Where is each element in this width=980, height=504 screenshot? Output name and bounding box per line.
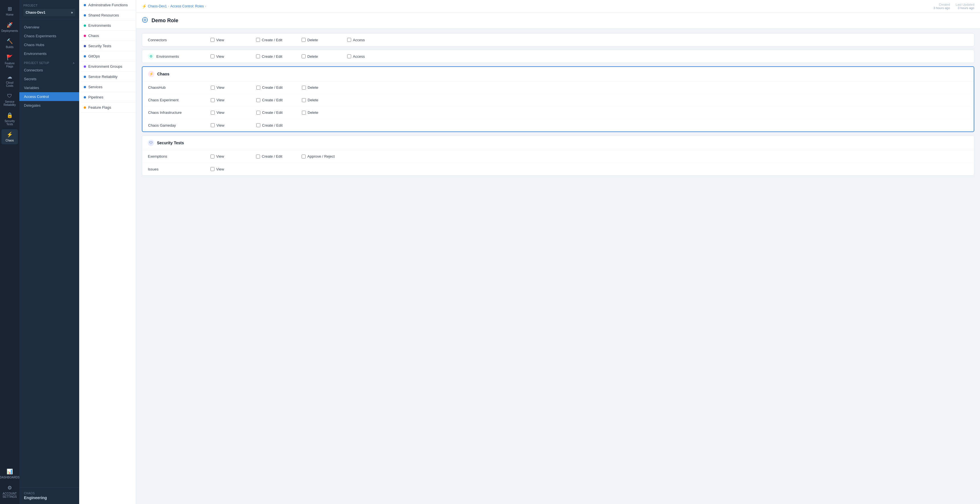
sidebar-item-overview[interactable]: Overview [19, 23, 79, 32]
checkbox-issues-view[interactable] [210, 167, 215, 171]
checkbox-chaos-gameday-createedit[interactable] [256, 123, 260, 127]
perm-check-chaos-gameday-createedit[interactable]: Create / Edit [256, 123, 285, 127]
nav-feature-flags[interactable]: 🚩 Feature Flags [2, 52, 18, 70]
perm-check-chaos-exp-createedit[interactable]: Create / Edit [256, 98, 285, 102]
nav-chaos[interactable]: ⚡ Chaos [2, 129, 18, 144]
checkbox-connectors-access[interactable] [347, 38, 351, 42]
checkbox-env-createedit[interactable] [256, 54, 260, 58]
sidebar-item-chaos-experiments[interactable]: Chaos Experiments [19, 32, 79, 40]
checkbox-chaos-exp-createedit[interactable] [256, 98, 260, 102]
mid-item-pipelines[interactable]: Pipelines [79, 92, 136, 103]
checkbox-connectors-createedit[interactable] [256, 38, 260, 42]
perm-card-chaos-header: ⚡ Chaos [142, 67, 974, 81]
sidebar-item-variables[interactable]: Variables [19, 83, 79, 92]
perm-row-environments-label-container: ⚙ Environments [148, 53, 210, 59]
sidebar-item-chaos-hubs[interactable]: Chaos Hubs [19, 40, 79, 49]
perm-check-chaos-infra-createedit[interactable]: Create / Edit [256, 111, 285, 115]
perm-check-connectors-delete[interactable]: Delete [302, 38, 330, 42]
perm-check-chaoshub-view[interactable]: View [211, 86, 239, 90]
mid-item-service-reliability[interactable]: Service Reliability [79, 72, 136, 82]
perm-checkboxes-environments: View Create / Edit Delete Access [210, 54, 968, 59]
checkbox-chaos-gameday-view[interactable] [211, 123, 215, 127]
breadcrumb: ⚡ Chaos-Dev1 › Access Control: Roles › [142, 4, 206, 8]
checkbox-connectors-delete[interactable] [302, 38, 305, 42]
nav-home[interactable]: ⊞ Home [2, 3, 18, 19]
perm-check-connectors-createedit[interactable]: Create / Edit [256, 38, 285, 42]
nav-security-tests[interactable]: 🔒 Security Tests [2, 110, 18, 128]
nav-builds[interactable]: 🔨 Builds [2, 36, 18, 51]
perm-check-exemptions-createedit[interactable]: Create / Edit [256, 154, 285, 158]
checkbox-env-view[interactable] [210, 54, 215, 58]
sidebar-project-name[interactable]: Chaos-Dev1 » [23, 9, 75, 16]
perm-check-chaos-exp-delete[interactable]: Delete [302, 98, 330, 102]
nav-service-reliability[interactable]: 🛡 Service Reliability [2, 91, 18, 109]
perm-check-env-delete[interactable]: Delete [302, 54, 330, 59]
checkbox-env-access[interactable] [347, 54, 351, 58]
mid-item-security-tests[interactable]: Security Tests [79, 41, 136, 51]
perm-checkboxes-connectors: View Create / Edit Delete Access [210, 38, 968, 42]
checkbox-env-delete[interactable] [302, 54, 305, 58]
mid-item-feature-flags[interactable]: Feature Flags [79, 103, 136, 113]
mid-item-administrative[interactable]: Adminstrative Functions [79, 0, 136, 10]
perm-row-chaos-experiment-label: Chaos Experiment [148, 98, 211, 102]
nav-deployments-label: Deployments [2, 29, 18, 32]
checkbox-chaos-infra-delete[interactable] [302, 111, 306, 115]
mid-item-chaos[interactable]: Chaos [79, 31, 136, 41]
perm-check-chaos-infra-delete[interactable]: Delete [302, 111, 330, 115]
nav-cloud-costs[interactable]: ☁ Cloud Costs [2, 71, 18, 90]
environments-label: Environments [24, 52, 46, 56]
mid-item-services[interactable]: Services [79, 82, 136, 92]
perm-check-env-createedit[interactable]: Create / Edit [256, 54, 285, 59]
perm-check-chaos-infra-view[interactable]: View [211, 111, 239, 115]
checkbox-chaoshub-view[interactable] [211, 86, 215, 90]
checkbox-chaoshub-createedit[interactable] [256, 86, 260, 90]
label-chaos-exp-delete: Delete [308, 98, 318, 102]
perm-check-env-view[interactable]: View [210, 54, 239, 59]
perm-check-chaos-exp-view[interactable]: View [211, 98, 239, 102]
checkbox-exemptions-view[interactable] [210, 155, 215, 158]
checkbox-chaos-infra-createedit[interactable] [256, 111, 260, 115]
perm-check-exemptions-approvereject[interactable]: Approve / Reject [302, 154, 335, 158]
perm-row-chaos-experiment: Chaos Experiment View Create / Edit Dele… [142, 94, 974, 106]
security-tests-icon: 🔒 [6, 112, 13, 118]
sidebar-item-environments[interactable]: Environments [19, 49, 79, 58]
perm-check-env-access[interactable]: Access [347, 54, 375, 59]
perm-check-exemptions-view[interactable]: View [210, 154, 239, 158]
mid-item-environment-groups[interactable]: Environment Groups [79, 62, 136, 72]
mid-item-gitops[interactable]: GitOps [79, 51, 136, 62]
breadcrumb-project-link[interactable]: Chaos-Dev1 [148, 4, 167, 8]
checkbox-exemptions-createedit[interactable] [256, 155, 260, 158]
feature-flags-icon: 🚩 [6, 54, 13, 60]
checkbox-connectors-view[interactable] [210, 38, 215, 42]
nav-account-settings[interactable]: ⚙ ACCOUNT SETTINGS [2, 482, 18, 501]
sidebar-item-connectors[interactable]: Connectors [19, 66, 79, 74]
sidebar: Project Chaos-Dev1 » Overview Chaos Expe… [19, 0, 79, 504]
sidebar-item-secrets[interactable]: Secrets [19, 74, 79, 83]
section-collapse-icon[interactable]: ∧ [73, 62, 75, 65]
perm-check-issues-view[interactable]: View [210, 167, 239, 171]
perm-check-chaoshub-createedit[interactable]: Create / Edit [256, 86, 285, 90]
perm-check-chaoshub-delete[interactable]: Delete [302, 86, 330, 90]
sidebar-item-delegates[interactable]: Delegates [19, 101, 79, 110]
sidebar-item-access-control[interactable]: Access Control [19, 92, 79, 101]
checkbox-chaos-infra-view[interactable] [211, 111, 215, 115]
perm-row-environments: ⚙ Environments View Create / Edit Delete [142, 50, 974, 63]
perm-check-chaos-gameday-view[interactable]: View [211, 123, 239, 127]
perm-row-chaoshub: ChaosHub View Create / Edit Delete [142, 81, 974, 94]
checkbox-exemptions-approvereject[interactable] [302, 155, 305, 158]
nav-deployments[interactable]: 🚀 Deployments [2, 20, 18, 35]
mid-item-gitops-label: GitOps [88, 54, 100, 58]
checkbox-chaoshub-delete[interactable] [302, 86, 306, 90]
mid-item-environments[interactable]: Environments [79, 21, 136, 31]
perm-check-connectors-access[interactable]: Access [347, 38, 375, 42]
chaos-hubs-label: Chaos Hubs [24, 43, 45, 47]
nav-dashboards[interactable]: 📊 DASHBOARDS [2, 466, 18, 481]
breadcrumb-sep-2: › [205, 4, 206, 8]
checkbox-chaos-exp-delete[interactable] [302, 98, 306, 102]
perm-check-connectors-view[interactable]: View [210, 38, 239, 42]
checkbox-chaos-exp-view[interactable] [211, 98, 215, 102]
created-meta: Created 3 hours ago [933, 3, 950, 10]
breadcrumb-section-link[interactable]: Access Control: Roles [170, 4, 204, 8]
mid-item-shared-resources[interactable]: Shared Resources [79, 10, 136, 21]
perm-checkboxes-issues: View [210, 167, 968, 171]
